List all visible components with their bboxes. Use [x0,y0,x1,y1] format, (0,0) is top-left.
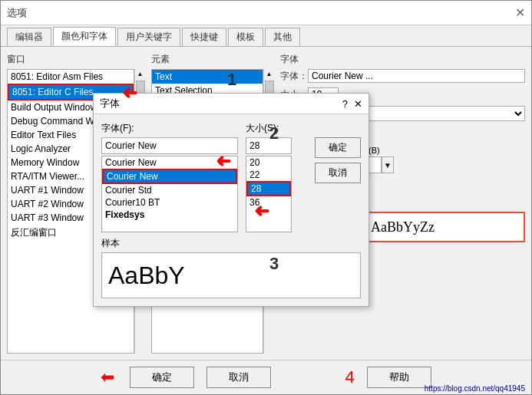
window-panel-label: 窗口 [7,53,145,66]
cancel-button[interactable]: 取消 [207,367,271,388]
sample-text: AaBbYyZz [371,219,435,235]
font-dialog: 字体 ? ✕ 字体(F): Courier New Courier New [93,93,369,307]
dialog-font-col: 字体(F): Courier New Courier New Courier S… [101,122,238,232]
dialog-size-item[interactable]: 22 [246,169,291,181]
background-color-btn[interactable]: ▼ [382,156,394,173]
dialog-list-item[interactable]: Fixedsys [102,209,237,221]
dialog-size-item-selected[interactable]: 28 [246,181,291,196]
scrollbar-up-icon[interactable]: ▲ [265,69,274,79]
tab-editor[interactable]: 编辑器 [7,28,51,46]
tab-bar: 编辑器 颜色和字体 用户关键字 快捷键 模板 其他 [1,25,531,47]
element-panel-label: 元素 [151,53,274,66]
dialog-close-button[interactable]: ✕ [354,98,362,110]
dialog-font-label: 字体(F): [101,122,238,135]
annotation-4: 4 [345,367,354,387]
annotation-2: 2 [269,123,279,143]
tab-templates[interactable]: 模板 [228,28,263,46]
ok-button[interactable]: 确定 [130,367,194,388]
dialog-sample-box: AaBbY [101,252,361,298]
annotation-1: 1 [227,70,236,90]
dialog-ok-button[interactable]: 确定 [315,137,361,158]
tab-shortcuts[interactable]: 快捷键 [182,28,226,46]
tab-other[interactable]: 其他 [265,28,300,46]
main-window: 选项 ✕ 编辑器 颜色和字体 用户关键字 快捷键 模板 其他 窗口 8051: … [0,0,532,395]
dialog-cancel-button[interactable]: 取消 [315,163,361,183]
tab-color-font[interactable]: 颜色和字体 [53,27,116,46]
dialog-inputs-row: 字体(F): Courier New Courier New Courier S… [101,122,361,232]
annotation-3: 3 [269,254,279,274]
bottom-bar: ⬅ 确定 取消 4 帮助 https://blog.csdn.net/qq419… [1,360,531,394]
dialog-action-buttons: 确定 取消 [315,122,361,232]
title-bar: 选项 ✕ [1,1,531,25]
close-button[interactable]: ✕ [515,5,525,20]
dialog-size-item[interactable]: 20 [246,156,291,169]
arrow-to-window-list: ➜ [122,82,137,104]
arrow-confirm-icon: ⬅ [101,367,114,387]
font-panel-label: 字体 [280,53,525,66]
dialog-list-item[interactable]: Courier10 BT [102,196,237,209]
content-area: 窗口 8051: Editor Asm Files 8051: Editor C… [1,47,531,360]
font-name-label: 字体： [280,70,308,83]
dialog-help-button[interactable]: ? [342,98,348,110]
tab-user-keys[interactable]: 用户关键字 [117,28,180,46]
dialog-title: 字体 [100,97,120,110]
bottom-hint: https://blog.csdn.net/qq41945 [425,384,525,393]
scrollbar-up-icon[interactable]: ▲ [136,69,145,79]
element-item-text[interactable]: Text [152,70,263,84]
arrow-to-size-selected: ➜ [254,200,269,222]
dialog-body: 字体(F): Courier New Courier New Courier S… [94,114,368,306]
list-item[interactable]: 8051: Editor Asm Files [8,70,134,84]
window-title: 选项 [7,6,27,20]
dialog-list-item[interactable]: Courier Std [102,184,237,196]
dialog-sample-label: 样本 [101,237,361,250]
dialog-size-input[interactable] [246,137,292,154]
dialog-sample-text: AaBbY [108,262,185,290]
help-button[interactable]: 帮助 [367,367,431,388]
arrow-to-font-input: ➜ [216,150,231,172]
font-name-input[interactable] [308,69,525,83]
font-name-row: 字体： [280,69,525,83]
